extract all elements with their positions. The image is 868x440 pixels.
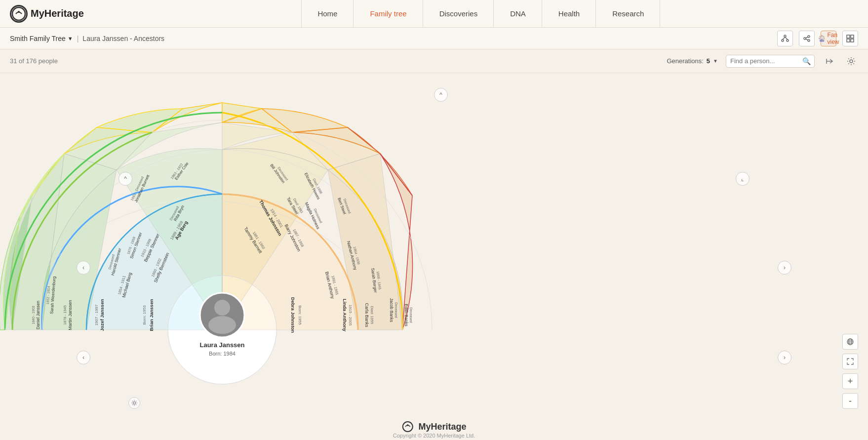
nav-discoveries[interactable]: Discoveries <box>423 0 494 28</box>
fan-svg: Brian Janssen Born: 1953 Debra Johnston … <box>0 73 444 419</box>
generations-label: Generations: <box>667 57 703 65</box>
svg-point-80 <box>214 300 230 316</box>
zoom-in-icon: + <box>848 377 853 386</box>
svg-text:Martin Janssen: Martin Janssen <box>68 300 73 330</box>
toolbar-bar: 31 of 176 people Generations: 5 ▼ 🔍 <box>0 49 868 73</box>
svg-rect-15 <box>851 39 854 42</box>
myheritage-logo-icon <box>10 5 28 23</box>
tree-view-button[interactable] <box>777 31 793 46</box>
svg-rect-12 <box>847 35 850 38</box>
generations-value[interactable]: 5 <box>707 57 710 65</box>
zoom-out-icon: - <box>849 397 852 405</box>
svg-line-6 <box>785 37 788 40</box>
svg-point-2 <box>784 35 786 37</box>
side-controls: + - <box>842 334 858 409</box>
fan-view-button[interactable]: 🎡 Fan view <box>821 31 836 46</box>
breadcrumb-page: Laura Janssen - Ancestors <box>82 35 164 42</box>
nav-dna[interactable]: DNA <box>494 0 542 28</box>
globe-button[interactable] <box>842 334 858 350</box>
svg-text:Jacob Banks: Jacob Banks <box>389 298 394 322</box>
nav-arrow-right-top[interactable]: ⌞ <box>736 172 750 186</box>
svg-point-81 <box>208 316 236 334</box>
svg-text:Deceased: Deceased <box>409 307 413 323</box>
breadcrumb-bar: Smith Family Tree ▼ | Laura Janssen - An… <box>0 28 868 49</box>
svg-text:Daniel Janssen: Daniel Janssen <box>36 301 40 329</box>
find-person-search: 🔍 <box>726 55 815 68</box>
svg-text:Edith Banks: Edith Banks <box>404 304 409 326</box>
svg-text:1907 - 1997: 1907 - 1997 <box>94 304 99 325</box>
breadcrumb-separator: | <box>77 35 79 42</box>
nav-research[interactable]: Research <box>596 0 660 28</box>
svg-point-9 <box>808 40 810 41</box>
settings-button[interactable] <box>844 54 858 68</box>
chevron-gen-icon[interactable]: ▼ <box>713 58 718 64</box>
logo-area: MyHeritage <box>10 5 84 23</box>
nav-health[interactable]: Health <box>542 0 596 28</box>
footer-logo: MyHeritage <box>393 421 475 433</box>
breadcrumb-left: Smith Family Tree ▼ | Laura Janssen - An… <box>10 35 164 42</box>
svg-text:1878 - 1945: 1878 - 1945 <box>63 305 67 325</box>
svg-text:Carla Banks: Carla Banks <box>364 303 369 327</box>
svg-rect-13 <box>851 35 854 38</box>
fan-view-icon: 🎡 <box>818 35 826 42</box>
svg-text:Jozef Janssen: Jozef Janssen <box>99 299 105 331</box>
footer-logo-text: MyHeritage <box>418 422 466 432</box>
grid-view-button[interactable] <box>842 31 858 46</box>
nav-arrow-right-bot[interactable]: › <box>778 351 791 364</box>
fan-chart-area: ^ ^ ‹ ‹ ⌞ › › <box>0 73 868 439</box>
svg-text:Brian Janssen: Brian Janssen <box>149 299 154 331</box>
svg-point-4 <box>787 40 789 41</box>
fan-view-label: Fan view <box>828 32 839 45</box>
zoom-in-button[interactable]: + <box>842 373 858 389</box>
svg-point-16 <box>850 60 853 63</box>
svg-text:1840 - 1903: 1840 - 1903 <box>32 306 35 324</box>
svg-rect-14 <box>847 39 850 42</box>
svg-point-85 <box>402 422 412 432</box>
breadcrumb-tree-name: Smith Family Tree <box>10 35 66 42</box>
nav-arrow-left-mid[interactable]: ‹ <box>77 261 90 275</box>
svg-point-3 <box>782 40 784 41</box>
logo-text: MyHeritage <box>31 8 84 19</box>
fan-settings-button[interactable] <box>128 397 140 409</box>
svg-line-5 <box>783 37 785 40</box>
footer: MyHeritage Copyright © 2020 MyHeritage L… <box>393 421 475 439</box>
expand-button[interactable] <box>842 354 858 369</box>
people-count: 31 of 176 people <box>10 57 58 65</box>
svg-point-92 <box>133 402 136 404</box>
nav-arrow-left-bot[interactable]: ‹ <box>77 351 90 364</box>
svg-text:Born: 1984: Born: 1984 <box>209 351 236 357</box>
header: MyHeritage Home Family tree Discoveries … <box>0 0 868 28</box>
search-icon: 🔍 <box>802 57 811 65</box>
svg-text:Died: 1955: Died: 1955 <box>370 306 374 324</box>
svg-text:Linda Anthony: Linda Anthony <box>342 299 348 332</box>
find-person-input[interactable] <box>730 57 799 65</box>
nav-family-tree[interactable]: Family tree <box>354 0 423 28</box>
chevron-down-icon: ▼ <box>68 36 73 41</box>
svg-text:Laura Janssen: Laura Janssen <box>199 341 244 349</box>
svg-point-8 <box>804 38 806 40</box>
svg-text:Deceased: Deceased <box>395 302 398 318</box>
main-nav: Home Family tree Discoveries DNA Health … <box>104 0 858 28</box>
nav-arrow-top[interactable]: ^ <box>434 88 448 102</box>
svg-text:Born: 1953: Born: 1953 <box>142 305 147 325</box>
svg-text:Debra Johnston: Debra Johnston <box>290 297 296 333</box>
svg-point-1 <box>18 11 20 13</box>
footer-copyright: Copyright © 2020 MyHeritage Ltd. <box>393 433 475 439</box>
toolbar-right: Generations: 5 ▼ 🔍 <box>667 54 858 68</box>
share-view-button[interactable] <box>799 31 815 46</box>
svg-point-7 <box>808 36 810 38</box>
zoom-out-button[interactable]: - <box>842 393 858 409</box>
generations-selector: Generations: 5 ▼ <box>667 57 718 65</box>
share-button[interactable] <box>823 54 836 68</box>
svg-text:1915 - 2005: 1915 - 2005 <box>348 305 353 326</box>
nav-arrow-left-top[interactable]: ^ <box>118 172 132 186</box>
svg-point-86 <box>407 424 409 426</box>
nav-home[interactable]: Home <box>301 0 354 28</box>
breadcrumb-right: 🎡 Fan view <box>777 31 858 46</box>
svg-text:Born: 1955: Born: 1955 <box>298 305 302 325</box>
svg-line-10 <box>806 37 808 38</box>
svg-line-11 <box>806 39 808 40</box>
nav-arrow-right-mid[interactable]: › <box>778 261 791 275</box>
svg-point-0 <box>12 7 25 20</box>
breadcrumb-tree[interactable]: Smith Family Tree ▼ <box>10 35 73 42</box>
